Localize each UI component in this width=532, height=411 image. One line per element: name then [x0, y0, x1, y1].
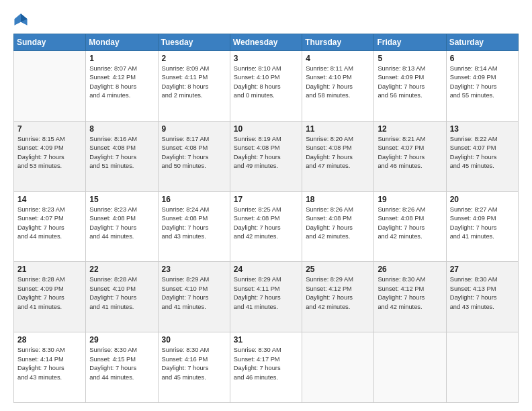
calendar-cell: 7Sunrise: 8:15 AM Sunset: 4:09 PM Daylig… — [14, 121, 86, 191]
calendar-cell: 10Sunrise: 8:19 AM Sunset: 4:08 PM Dayli… — [230, 121, 302, 191]
day-number: 15 — [89, 195, 154, 204]
calendar-cell: 31Sunrise: 8:30 AM Sunset: 4:17 PM Dayli… — [230, 332, 302, 403]
day-number: 27 — [450, 265, 515, 274]
week-row-1: 1Sunrise: 8:07 AM Sunset: 4:12 PM Daylig… — [14, 51, 519, 122]
day-info: Sunrise: 8:11 AM Sunset: 4:10 PM Dayligh… — [306, 64, 370, 101]
week-row-4: 21Sunrise: 8:28 AM Sunset: 4:09 PM Dayli… — [14, 262, 519, 332]
day-info: Sunrise: 8:28 AM Sunset: 4:09 PM Dayligh… — [17, 275, 82, 312]
calendar-cell: 17Sunrise: 8:25 AM Sunset: 4:08 PM Dayli… — [230, 191, 302, 262]
calendar-table: SundayMondayTuesdayWednesdayThursdayFrid… — [13, 34, 519, 403]
calendar-cell: 3Sunrise: 8:10 AM Sunset: 4:10 PM Daylig… — [230, 51, 302, 122]
calendar-cell: 1Sunrise: 8:07 AM Sunset: 4:12 PM Daylig… — [86, 51, 158, 122]
day-number: 18 — [306, 195, 370, 204]
day-number: 10 — [234, 124, 298, 134]
calendar-cell: 22Sunrise: 8:28 AM Sunset: 4:10 PM Dayli… — [86, 262, 158, 332]
day-info: Sunrise: 8:30 AM Sunset: 4:14 PM Dayligh… — [17, 346, 82, 382]
calendar-cell — [446, 332, 518, 403]
day-info: Sunrise: 8:28 AM Sunset: 4:10 PM Dayligh… — [89, 275, 154, 312]
week-row-3: 14Sunrise: 8:23 AM Sunset: 4:07 PM Dayli… — [14, 191, 519, 262]
weekday-saturday: Saturday — [446, 34, 518, 51]
day-number: 28 — [17, 335, 82, 345]
day-number: 30 — [162, 335, 226, 345]
day-number: 24 — [234, 265, 298, 274]
calendar-cell: 26Sunrise: 8:30 AM Sunset: 4:12 PM Dayli… — [374, 262, 446, 332]
weekday-sunday: Sunday — [14, 34, 86, 51]
day-info: Sunrise: 8:30 AM Sunset: 4:12 PM Dayligh… — [378, 275, 442, 312]
calendar-cell: 30Sunrise: 8:30 AM Sunset: 4:16 PM Dayli… — [158, 332, 230, 403]
day-number: 7 — [17, 124, 82, 134]
weekday-wednesday: Wednesday — [230, 34, 302, 51]
calendar-cell: 27Sunrise: 8:30 AM Sunset: 4:13 PM Dayli… — [446, 262, 518, 332]
page: SundayMondayTuesdayWednesdayThursdayFrid… — [0, 0, 532, 411]
day-number: 20 — [450, 195, 515, 204]
calendar-cell: 28Sunrise: 8:30 AM Sunset: 4:14 PM Dayli… — [14, 332, 86, 403]
day-number: 26 — [378, 265, 442, 274]
day-info: Sunrise: 8:07 AM Sunset: 4:12 PM Dayligh… — [89, 64, 154, 101]
day-info: Sunrise: 8:20 AM Sunset: 4:08 PM Dayligh… — [306, 135, 370, 171]
logo — [13, 12, 31, 27]
day-info: Sunrise: 8:26 AM Sunset: 4:08 PM Dayligh… — [378, 205, 442, 242]
calendar-cell: 29Sunrise: 8:30 AM Sunset: 4:15 PM Dayli… — [86, 332, 158, 403]
day-info: Sunrise: 8:30 AM Sunset: 4:17 PM Dayligh… — [234, 346, 298, 382]
day-info: Sunrise: 8:13 AM Sunset: 4:09 PM Dayligh… — [378, 64, 442, 101]
day-info: Sunrise: 8:14 AM Sunset: 4:09 PM Dayligh… — [450, 64, 515, 101]
calendar-cell: 15Sunrise: 8:23 AM Sunset: 4:08 PM Dayli… — [86, 191, 158, 262]
calendar-cell: 4Sunrise: 8:11 AM Sunset: 4:10 PM Daylig… — [302, 51, 374, 122]
calendar-cell — [14, 51, 86, 122]
day-info: Sunrise: 8:30 AM Sunset: 4:16 PM Dayligh… — [162, 346, 226, 382]
calendar-cell: 16Sunrise: 8:24 AM Sunset: 4:08 PM Dayli… — [158, 191, 230, 262]
day-info: Sunrise: 8:19 AM Sunset: 4:08 PM Dayligh… — [234, 135, 298, 171]
week-row-5: 28Sunrise: 8:30 AM Sunset: 4:14 PM Dayli… — [14, 332, 519, 403]
day-info: Sunrise: 8:25 AM Sunset: 4:08 PM Dayligh… — [234, 205, 298, 242]
day-number: 23 — [162, 265, 226, 274]
day-number: 8 — [89, 124, 154, 134]
day-number: 29 — [89, 335, 154, 345]
weekday-friday: Friday — [374, 34, 446, 51]
calendar-cell: 24Sunrise: 8:29 AM Sunset: 4:11 PM Dayli… — [230, 262, 302, 332]
day-number: 25 — [306, 265, 370, 274]
calendar-cell: 6Sunrise: 8:14 AM Sunset: 4:09 PM Daylig… — [446, 51, 518, 122]
day-info: Sunrise: 8:23 AM Sunset: 4:07 PM Dayligh… — [17, 205, 82, 242]
day-number: 12 — [378, 124, 442, 134]
calendar-cell: 8Sunrise: 8:16 AM Sunset: 4:08 PM Daylig… — [86, 121, 158, 191]
calendar-cell: 25Sunrise: 8:29 AM Sunset: 4:12 PM Dayli… — [302, 262, 374, 332]
calendar-cell: 14Sunrise: 8:23 AM Sunset: 4:07 PM Dayli… — [14, 191, 86, 262]
header — [13, 12, 519, 27]
calendar-cell: 5Sunrise: 8:13 AM Sunset: 4:09 PM Daylig… — [374, 51, 446, 122]
calendar-cell: 21Sunrise: 8:28 AM Sunset: 4:09 PM Dayli… — [14, 262, 86, 332]
weekday-tuesday: Tuesday — [158, 34, 230, 51]
day-info: Sunrise: 8:23 AM Sunset: 4:08 PM Dayligh… — [89, 205, 154, 242]
day-number: 22 — [89, 265, 154, 274]
day-info: Sunrise: 8:29 AM Sunset: 4:12 PM Dayligh… — [306, 275, 370, 312]
day-number: 2 — [162, 54, 226, 63]
calendar-cell: 18Sunrise: 8:26 AM Sunset: 4:08 PM Dayli… — [302, 191, 374, 262]
day-number: 31 — [234, 335, 298, 345]
day-info: Sunrise: 8:29 AM Sunset: 4:10 PM Dayligh… — [162, 275, 226, 312]
day-info: Sunrise: 8:10 AM Sunset: 4:10 PM Dayligh… — [234, 64, 298, 101]
day-number: 4 — [306, 54, 370, 63]
calendar-cell: 2Sunrise: 8:09 AM Sunset: 4:11 PM Daylig… — [158, 51, 230, 122]
day-number: 11 — [306, 124, 370, 134]
day-info: Sunrise: 8:09 AM Sunset: 4:11 PM Dayligh… — [162, 64, 226, 101]
day-number: 9 — [162, 124, 226, 134]
day-number: 6 — [450, 54, 515, 63]
calendar-cell: 11Sunrise: 8:20 AM Sunset: 4:08 PM Dayli… — [302, 121, 374, 191]
day-number: 17 — [234, 195, 298, 204]
day-number: 3 — [234, 54, 298, 63]
day-info: Sunrise: 8:15 AM Sunset: 4:09 PM Dayligh… — [17, 135, 82, 171]
day-number: 14 — [17, 195, 82, 204]
day-info: Sunrise: 8:30 AM Sunset: 4:15 PM Dayligh… — [89, 346, 154, 382]
weekday-header-row: SundayMondayTuesdayWednesdayThursdayFrid… — [14, 34, 519, 51]
calendar-cell: 12Sunrise: 8:21 AM Sunset: 4:07 PM Dayli… — [374, 121, 446, 191]
day-info: Sunrise: 8:29 AM Sunset: 4:11 PM Dayligh… — [234, 275, 298, 312]
day-info: Sunrise: 8:16 AM Sunset: 4:08 PM Dayligh… — [89, 135, 154, 171]
calendar-cell: 13Sunrise: 8:22 AM Sunset: 4:07 PM Dayli… — [446, 121, 518, 191]
calendar-cell — [302, 332, 374, 403]
calendar-cell — [374, 332, 446, 403]
day-info: Sunrise: 8:30 AM Sunset: 4:13 PM Dayligh… — [450, 275, 515, 312]
day-info: Sunrise: 8:21 AM Sunset: 4:07 PM Dayligh… — [378, 135, 442, 171]
weekday-monday: Monday — [86, 34, 158, 51]
day-info: Sunrise: 8:26 AM Sunset: 4:08 PM Dayligh… — [306, 205, 370, 242]
day-info: Sunrise: 8:24 AM Sunset: 4:08 PM Dayligh… — [162, 205, 226, 242]
day-number: 1 — [89, 54, 154, 63]
